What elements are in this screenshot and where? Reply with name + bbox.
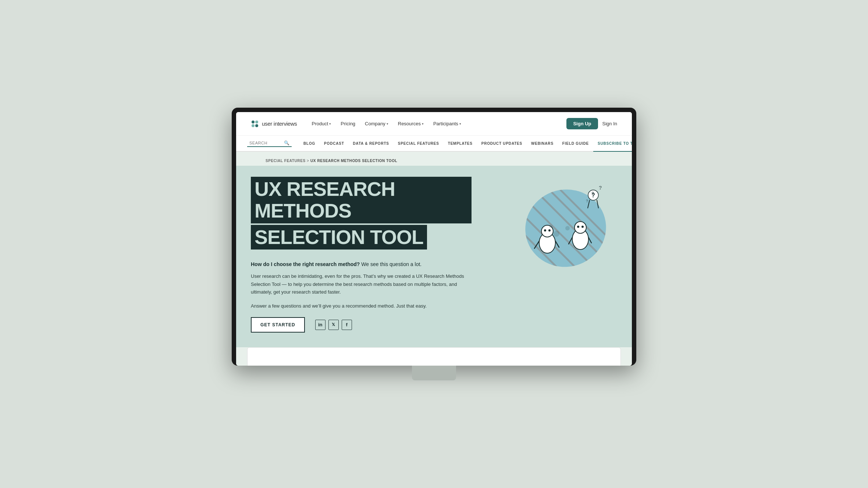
svg-point-2 [252,124,255,127]
bottom-white-box [247,347,621,366]
svg-text:?: ? [591,191,594,196]
illustration-area: ? ? ? ? [514,177,617,280]
subnav-webinars[interactable]: WEBINARS [527,136,558,152]
page-title-line1: UX RESEARCH METHODS [251,177,472,223]
intro-para1: User research can be intimidating, even … [251,272,472,296]
subnav-podcast[interactable]: PODCAST [320,136,349,152]
page-title-line2: SELECTION TOOL [251,225,427,250]
nav-item-pricing[interactable]: Pricing [337,119,359,129]
logo-text: user interviews [262,121,297,127]
logo-icon [251,120,259,128]
monitor-screen: user interviews Product ▾ Pricing Compan… [236,112,632,366]
breadcrumb: SPECIAL FEATURES > UX RESEARCH METHODS S… [251,152,412,166]
get-started-button[interactable]: GET STARTED [251,317,305,333]
main-content: UX RESEARCH METHODS SELECTION TOOL How d… [236,166,632,347]
subnav-data-reports[interactable]: DATA & REPORTS [349,136,394,152]
nav-item-resources[interactable]: Resources ▾ [394,119,427,129]
svg-text:?: ? [586,199,588,203]
subnav-special-features[interactable]: SPECIAL FEATURES [394,136,444,152]
bottom-area [236,347,632,366]
breadcrumb-parent[interactable]: SPECIAL FEATURES [266,159,306,163]
chevron-down-icon: ▾ [329,122,331,126]
sub-nav: 🔍 BLOG PODCAST DATA & REPORTS SPECIAL FE… [236,136,632,152]
nav-item-company[interactable]: Company ▾ [361,119,392,129]
facebook-icon[interactable]: f [342,320,352,330]
svg-point-21 [581,226,584,228]
svg-point-1 [255,121,258,123]
search-input[interactable] [249,141,282,145]
nav-item-participants[interactable]: Participants ▾ [430,119,465,129]
nav-item-product[interactable]: Product ▾ [308,119,335,129]
subnav-blog[interactable]: BLOG [299,136,320,152]
breadcrumb-bar: SPECIAL FEATURES > UX RESEARCH METHODS S… [236,152,632,166]
logo-svg [251,120,259,128]
nav-actions: Sign Up Sign In [566,118,617,129]
text-section: UX RESEARCH METHODS SELECTION TOOL How d… [251,177,472,333]
chevron-down-icon: ▾ [387,122,388,126]
search-area[interactable]: 🔍 [247,140,292,147]
svg-point-32 [565,226,570,230]
actions-row: GET STARTED in 𝕏 f [251,317,472,333]
chevron-down-icon: ▾ [422,122,424,126]
svg-point-15 [548,229,551,232]
breadcrumb-separator: > [307,159,310,163]
signin-button[interactable]: Sign In [602,121,617,126]
monitor-frame: user interviews Product ▾ Pricing Compan… [232,108,636,366]
content-layout: UX RESEARCH METHODS SELECTION TOOL How d… [251,177,617,333]
svg-point-14 [544,229,546,232]
nav-links: Product ▾ Pricing Company ▾ Resources ▾ [308,119,567,129]
svg-point-20 [577,226,579,228]
monitor-stand [412,366,456,380]
svg-point-0 [252,121,255,123]
search-icon: 🔍 [284,140,289,146]
svg-point-31 [554,231,559,237]
page-title-wrapper: UX RESEARCH METHODS SELECTION TOOL [251,177,472,251]
breadcrumb-current: UX RESEARCH METHODS SELECTION TOOL [310,159,397,163]
twitter-icon[interactable]: 𝕏 [328,320,339,330]
logo-area: user interviews [251,120,297,128]
top-nav: user interviews Product ▾ Pricing Compan… [236,112,632,136]
hero-illustration: ? ? ? ? [514,177,617,280]
chevron-down-icon: ▾ [459,122,461,126]
subnav-field-guide[interactable]: FIELD GUIDE [558,136,593,152]
svg-point-3 [255,124,258,127]
social-icons: in 𝕏 f [315,320,352,330]
svg-point-19 [574,222,586,233]
linkedin-icon[interactable]: in [315,320,326,330]
svg-point-33 [549,225,553,228]
svg-text:?: ? [599,185,602,191]
intro-para2: Answer a few questions and we’ll give yo… [251,302,472,310]
subnav-product-updates[interactable]: PRODUCT UPDATES [477,136,527,152]
subnav-subscribe[interactable]: SUBSCRIBE TO THE NEWSLETTER [593,136,632,152]
subnav-templates[interactable]: TEMPLATES [444,136,477,152]
signup-button[interactable]: Sign Up [566,118,598,129]
intro-question: How do I choose the right research metho… [251,261,472,267]
